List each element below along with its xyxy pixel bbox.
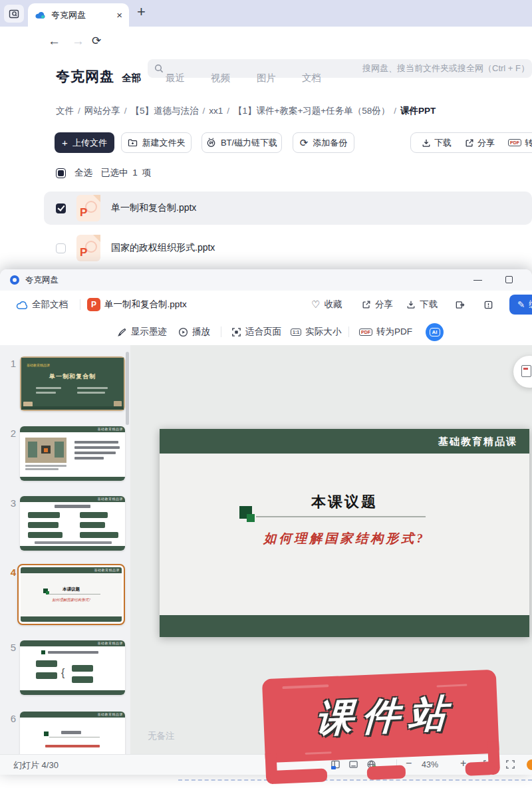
file-checkbox-unchecked[interactable] — [56, 243, 66, 253]
breadcrumb-current: 课件PPT — [400, 106, 436, 116]
browser-sidebar-button[interactable] — [4, 5, 24, 23]
pencil-icon: ✎ — [517, 299, 525, 310]
tab-doc[interactable]: 文档 — [302, 72, 321, 84]
minimize-button[interactable] — [473, 280, 482, 281]
pop-out-button[interactable] — [455, 291, 465, 319]
all-docs-button[interactable]: 全部文档 — [16, 291, 68, 319]
one-to-one-icon: 1:1 — [291, 329, 301, 336]
slide-question: 如何理解国家结构形式? — [160, 530, 529, 547]
fullscreen-icon[interactable] — [505, 759, 515, 769]
current-slide: 基础教育精品课 本课议题 如何理解国家结构形式? — [160, 429, 529, 637]
upload-button[interactable]: + 上传文件 — [55, 132, 114, 153]
share-icon — [362, 300, 371, 309]
quark-logo-icon — [10, 275, 19, 285]
fit-page-button[interactable]: 适合页面 — [231, 319, 281, 345]
download-button[interactable]: 下载 — [406, 291, 438, 319]
ppt-badge-icon: P — [87, 298, 100, 311]
ppt-file-icon: P — [76, 235, 100, 261]
file-checkbox-checked[interactable] — [56, 203, 66, 213]
slide-number: 1 — [4, 358, 16, 369]
slide-thumbnail-1[interactable]: 基础教育精品课 单一制和复合制 — [20, 356, 125, 411]
new-folder-button[interactable]: 新建文件夹 — [121, 132, 192, 153]
show-ink-button[interactable]: 显示墨迹 — [117, 319, 167, 345]
ai-assistant-button[interactable]: AI — [426, 323, 444, 341]
file-row[interactable]: P 单一制和复合制.pptx — [44, 192, 532, 225]
floating-tool-button[interactable] — [513, 356, 532, 388]
feedback-icon — [483, 300, 493, 310]
assistant-dot-icon[interactable] — [527, 759, 532, 770]
breadcrumb-item[interactable]: 【1】课件+教案+习题+任务单（58份） — [233, 106, 390, 116]
new-tab-button[interactable]: + — [137, 3, 146, 21]
backup-icon: ⟳ — [300, 138, 309, 148]
divider — [348, 327, 349, 337]
selected-count-text: 已选中 1 项 — [101, 167, 151, 179]
slide-thumbnail-5[interactable]: 基础教育精品课 { — [20, 640, 125, 695]
sidebar-search-icon — [9, 9, 19, 19]
convert-pdf-button[interactable]: PDF 转为PDF — [359, 319, 412, 345]
slide-indicator: 幻灯片 4/30 — [13, 759, 59, 771]
browser-tab[interactable]: 夸克网盘 × — [28, 3, 129, 27]
page-title: 夸克网盘 — [56, 67, 114, 86]
file-name[interactable]: 国家的政权组织形式.pptx — [111, 242, 215, 254]
bt-magnet-icon — [206, 138, 216, 148]
divider — [80, 299, 80, 310]
download-icon — [422, 138, 431, 148]
convert-pdf-button[interactable]: PDF 转为PDF — [508, 137, 532, 149]
add-backup-button[interactable]: ⟳ 添加备份 — [293, 132, 354, 153]
viewer-tools-bar: 显示墨迹 播放 适合页面 1:1 实际大小 PDF — [0, 319, 532, 346]
selection-bar: 全选 已选中 1 项 — [56, 167, 151, 179]
slide-thumbnail-2[interactable]: 基础教育精品课 — [20, 426, 125, 481]
file-row[interactable]: P 国家的政权组织形式.pptx — [44, 231, 532, 265]
tab-close-icon[interactable]: × — [116, 9, 122, 21]
breadcrumb-item[interactable]: 文件 — [56, 106, 74, 116]
notes-placeholder: 无备注 — [148, 730, 175, 742]
stamp-border — [270, 768, 328, 784]
folder-plus-icon — [128, 138, 138, 147]
tab-title: 夸克网盘 — [51, 9, 86, 21]
breadcrumb-item[interactable]: 【5】道德与法治 — [131, 106, 199, 116]
share-button[interactable]: 分享 — [362, 291, 393, 319]
play-button[interactable]: 播放 — [178, 319, 210, 345]
download-button[interactable]: 下载 — [422, 137, 452, 149]
slide-number: 6 — [4, 713, 16, 724]
divider — [221, 327, 221, 337]
window-title-bar[interactable]: 夸克网盘 — [0, 269, 532, 291]
share-button[interactable]: 分享 — [465, 137, 495, 149]
maximize-button[interactable] — [505, 276, 513, 283]
download-icon — [406, 300, 416, 309]
tab-all[interactable]: 全部 — [122, 72, 141, 84]
slide-number: 3 — [4, 497, 16, 509]
slide-thumbnail-4-selected[interactable]: 基础教育精品课 本课议题 如何理解国家结构形式? — [17, 564, 125, 625]
viewer-toolbar: 全部文档 P 单一制和复合制.pptx ♡ 收藏 分享 下载 — [0, 291, 532, 319]
search-input[interactable]: 搜网盘、搜当前文件夹或搜全网（Ctrl + F） — [148, 59, 532, 78]
breadcrumb-item[interactable]: xx1 — [209, 106, 223, 116]
thumbnail-scrollbar[interactable] — [126, 352, 129, 425]
window-title: 夸克网盘 — [25, 275, 59, 286]
open-file-title: P 单一制和复合制.pptx — [87, 291, 187, 319]
stamp-border — [366, 765, 406, 780]
tab-image[interactable]: 图片 — [257, 72, 276, 84]
slide-thumbnail-6[interactable]: 基础教育精品课 — [20, 712, 125, 755]
feedback-button[interactable] — [483, 291, 493, 319]
tab-video[interactable]: 视频 — [211, 72, 230, 84]
slide-number-selected: 4 — [4, 567, 16, 578]
stamp-text: 课件站 — [305, 688, 456, 745]
bt-download-button[interactable]: BT/磁力链下载 — [201, 132, 282, 153]
actual-size-button[interactable]: 1:1 实际大小 — [291, 319, 341, 345]
page-icon — [521, 365, 531, 377]
tab-recent[interactable]: 最近 — [166, 72, 185, 84]
select-all-checkbox[interactable] — [56, 168, 66, 178]
favorite-button[interactable]: ♡ 收藏 — [311, 291, 342, 319]
search-placeholder: 搜网盘、搜当前文件夹或搜全网（Ctrl + F） — [362, 59, 529, 78]
slide-thumbnail-3[interactable]: 基础教育精品课 — [20, 496, 125, 551]
slide-title-underline — [256, 516, 426, 517]
file-name[interactable]: 单一制和复合制.pptx — [111, 202, 196, 214]
play-icon — [178, 327, 188, 337]
breadcrumb-item[interactable]: 网站分享 — [84, 106, 120, 116]
ink-pen-icon — [117, 327, 127, 337]
refresh-icon[interactable]: ⟳ — [92, 34, 101, 48]
back-icon[interactable]: ← — [48, 34, 61, 49]
edit-button[interactable]: ✎ 编辑 — [509, 295, 532, 315]
slide-deco-square — [247, 514, 255, 522]
forward-icon[interactable]: → — [72, 34, 84, 49]
